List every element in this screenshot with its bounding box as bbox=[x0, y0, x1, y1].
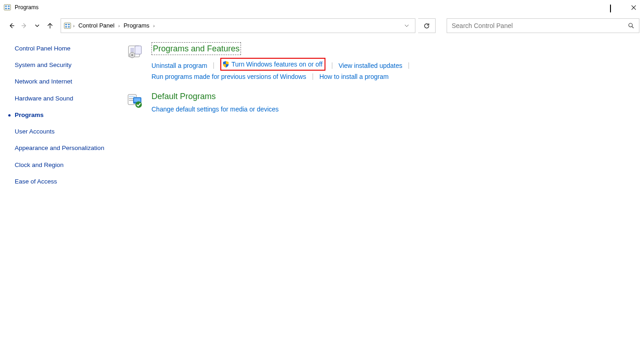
svg-point-10 bbox=[629, 23, 633, 27]
svg-rect-4 bbox=[8, 8, 10, 9]
main-content: Programs and Features Uninstall a progra… bbox=[115, 37, 644, 200]
close-button[interactable] bbox=[623, 0, 644, 15]
sidebar-item-network-internet[interactable]: Network and Internet bbox=[15, 78, 109, 86]
back-button[interactable] bbox=[6, 21, 17, 31]
address-dropdown-button[interactable] bbox=[400, 19, 413, 33]
sidebar-item-appearance-personalization[interactable]: Appearance and Personalization bbox=[15, 144, 109, 152]
programs-features-icon bbox=[127, 43, 143, 60]
maximize-button[interactable] bbox=[602, 0, 623, 15]
link-uninstall-program[interactable]: Uninstall a program bbox=[151, 62, 207, 69]
highlight-box: Turn Windows features on or off bbox=[220, 58, 325, 71]
search-box[interactable] bbox=[447, 18, 639, 33]
svg-rect-5 bbox=[64, 23, 71, 28]
svg-rect-8 bbox=[65, 26, 67, 28]
separator bbox=[409, 62, 409, 69]
breadcrumb-control-panel[interactable]: Control Panel bbox=[77, 19, 117, 33]
refresh-button[interactable] bbox=[418, 18, 436, 33]
breadcrumb-programs[interactable]: Programs bbox=[122, 19, 151, 33]
up-button[interactable] bbox=[45, 21, 55, 31]
window-title: Programs bbox=[15, 4, 39, 11]
caption-buttons bbox=[581, 0, 644, 15]
breadcrumb-chevron-icon[interactable]: › bbox=[117, 23, 121, 28]
default-programs-icon bbox=[127, 93, 143, 109]
sidebar-item-user-accounts[interactable]: User Accounts bbox=[15, 128, 109, 136]
search-icon[interactable] bbox=[628, 22, 634, 29]
recent-locations-button[interactable] bbox=[32, 21, 42, 31]
sidebar-item-hardware-sound[interactable]: Hardware and Sound bbox=[15, 94, 109, 103]
svg-point-15 bbox=[131, 54, 133, 56]
link-turn-windows-features[interactable]: Turn Windows features on or off bbox=[231, 59, 322, 69]
link-compatibility[interactable]: Run programs made for previous versions … bbox=[151, 73, 306, 80]
nav-row: › Control Panel › Programs › bbox=[0, 15, 644, 37]
sidebar-item-programs[interactable]: Programs bbox=[15, 111, 109, 119]
link-view-installed-updates[interactable]: View installed updates bbox=[338, 62, 402, 69]
control-panel-icon bbox=[64, 22, 71, 29]
sidebar-item-control-panel-home[interactable]: Control Panel Home bbox=[15, 44, 109, 53]
search-input[interactable] bbox=[451, 22, 635, 30]
svg-rect-6 bbox=[65, 24, 67, 25]
svg-rect-13 bbox=[130, 48, 134, 52]
svg-rect-16 bbox=[135, 46, 141, 54]
svg-rect-18 bbox=[129, 96, 135, 97]
address-bar[interactable]: › Control Panel › Programs › bbox=[61, 18, 415, 33]
svg-rect-1 bbox=[5, 6, 7, 7]
forward-button[interactable] bbox=[19, 21, 29, 31]
section-default-programs: Default Programs Change default settings… bbox=[127, 92, 635, 115]
link-how-to-install[interactable]: How to install a program bbox=[319, 73, 389, 80]
svg-rect-0 bbox=[4, 5, 11, 10]
breadcrumb-chevron-icon[interactable]: › bbox=[152, 23, 156, 28]
separator bbox=[213, 62, 214, 69]
minimize-button[interactable] bbox=[581, 0, 602, 15]
svg-point-23 bbox=[135, 101, 142, 108]
separator bbox=[332, 62, 332, 69]
link-default-programs[interactable]: Default Programs bbox=[151, 92, 216, 101]
sidebar-item-ease-of-access[interactable]: Ease of Access bbox=[15, 178, 109, 186]
sidebar: Control Panel Home System and Security N… bbox=[0, 37, 115, 200]
svg-rect-3 bbox=[5, 8, 7, 9]
svg-rect-7 bbox=[68, 24, 70, 25]
sidebar-item-clock-region[interactable]: Clock and Region bbox=[15, 161, 109, 169]
svg-line-11 bbox=[632, 27, 634, 28]
title-bar: Programs bbox=[0, 0, 644, 15]
svg-rect-2 bbox=[8, 6, 10, 7]
shield-icon bbox=[222, 61, 230, 68]
link-programs-features[interactable]: Programs and Features bbox=[151, 42, 241, 55]
section-programs-features: Programs and Features Uninstall a progra… bbox=[127, 42, 635, 83]
breadcrumb-chevron-icon[interactable]: › bbox=[72, 23, 76, 28]
svg-rect-22 bbox=[134, 98, 140, 102]
svg-rect-9 bbox=[68, 26, 70, 28]
separator bbox=[313, 73, 313, 80]
link-change-default-settings[interactable]: Change default settings for media or dev… bbox=[151, 106, 279, 113]
control-panel-icon bbox=[4, 4, 11, 11]
sidebar-item-system-security[interactable]: System and Security bbox=[15, 61, 109, 69]
